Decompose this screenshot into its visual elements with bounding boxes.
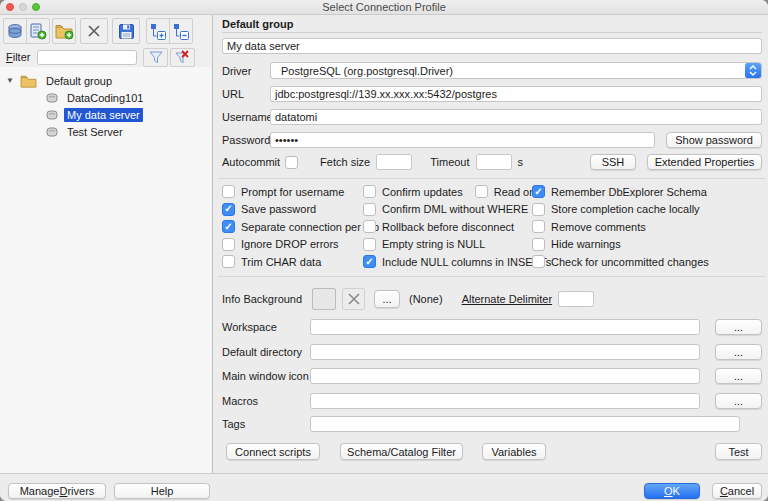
workspace-browse-button[interactable]: ... (715, 319, 762, 335)
checkbox-box[interactable] (363, 220, 376, 233)
disclosure-triangle-icon[interactable]: ▼ (6, 76, 20, 85)
driver-select[interactable]: PostgreSQL (org.postgresql.Driver) (270, 62, 762, 79)
timeout-input[interactable] (476, 154, 512, 170)
checkbox-box[interactable] (532, 185, 545, 198)
copy-profile-button[interactable] (26, 18, 50, 44)
password-input[interactable] (270, 132, 655, 148)
help-button[interactable]: Help (114, 483, 210, 499)
tags-input[interactable] (310, 416, 740, 432)
expand-tree-button[interactable] (146, 18, 170, 44)
profile-name-row (222, 38, 762, 54)
macros-input[interactable] (310, 393, 700, 409)
dropdown-stepper-icon (745, 63, 761, 78)
delete-profile-button[interactable] (80, 18, 108, 44)
checkbox-box[interactable] (475, 185, 488, 198)
save-profiles-button[interactable] (112, 18, 140, 44)
tree-item-test-server[interactable]: Test Server (0, 123, 211, 140)
checkbox-box[interactable] (532, 238, 545, 251)
title-bar: Select Connection Profile (0, 0, 768, 15)
checkbox-box[interactable] (532, 220, 545, 233)
checkbox-label: Separate connection per tab (241, 221, 379, 233)
checkbox-box[interactable] (222, 238, 235, 251)
main-window-icon-browse-button[interactable]: ... (715, 368, 762, 384)
checkbox-confirm-updates[interactable]: Confirm updates (363, 185, 463, 198)
clear-filter-button[interactable] (170, 48, 195, 67)
connect-scripts-button[interactable]: Connect scripts (226, 443, 320, 460)
checkbox-separate-connection-per-tab[interactable]: Separate connection per tab (222, 220, 363, 233)
tree-item-datacoding101[interactable]: DataCoding101 (0, 89, 211, 106)
username-row: Username (222, 109, 762, 125)
timeout-unit: s (518, 156, 524, 168)
macros-browse-button[interactable]: ... (715, 393, 762, 409)
checkbox-box[interactable] (363, 238, 376, 251)
checkbox-empty-string-is-null[interactable]: Empty string is NULL (363, 238, 532, 251)
checkbox-label: Rollback before disconnect (382, 221, 514, 233)
checkbox-rollback-before-disconnect[interactable]: Rollback before disconnect (363, 220, 532, 233)
alternate-delimiter-input[interactable] (558, 291, 594, 307)
checkbox-hide-warnings[interactable]: Hide warnings (532, 238, 762, 251)
workspace-label: Workspace (222, 321, 310, 333)
apply-filter-button[interactable] (143, 48, 168, 67)
pick-color-button[interactable]: ... (374, 290, 400, 308)
main-window-icon-input[interactable] (310, 368, 700, 384)
checkbox-box[interactable] (363, 185, 376, 198)
profile-name-input[interactable] (222, 38, 762, 54)
checkbox-box[interactable] (532, 255, 545, 268)
info-background-label: Info Background (222, 293, 310, 305)
checkbox-confirm-dml-without-where[interactable]: Confirm DML without WHERE (363, 203, 532, 216)
checkbox-box[interactable] (222, 185, 235, 198)
autocommit-checkbox[interactable] (285, 156, 298, 169)
default-directory-browse-button[interactable]: ... (715, 344, 762, 360)
separator (218, 276, 765, 277)
checkbox-box[interactable] (363, 203, 376, 216)
checkbox-remember-dbexplorer-schema[interactable]: Remember DbExplorer Schema (532, 185, 762, 198)
username-input[interactable] (270, 109, 762, 125)
filter-funnel-icon (148, 50, 164, 65)
checkbox-box[interactable] (222, 203, 235, 216)
checkbox-remove-comments[interactable]: Remove comments (532, 220, 762, 233)
checkbox-label: Remember DbExplorer Schema (551, 186, 707, 198)
autocommit-row: Autocommit Fetch size Timeout s SSH Exte… (222, 154, 762, 170)
driver-label: Driver (222, 65, 270, 77)
checkbox-ignore-drop-errors[interactable]: Ignore DROP errors (222, 238, 363, 251)
checkbox-box[interactable] (532, 203, 545, 216)
info-background-swatch[interactable] (312, 288, 336, 310)
extended-properties-button[interactable]: Extended Properties (647, 154, 762, 170)
default-directory-input[interactable] (310, 344, 700, 360)
checkbox-box[interactable] (363, 255, 376, 268)
show-password-button[interactable]: Show password (666, 132, 762, 148)
tree-item-label: DataCoding101 (64, 91, 146, 105)
checkbox-box[interactable] (222, 255, 235, 268)
ssh-button[interactable]: SSH (590, 154, 636, 170)
variables-button[interactable]: Variables (482, 443, 546, 460)
new-profile-button[interactable] (3, 18, 27, 44)
filter-input[interactable] (37, 50, 137, 65)
options-checkbox-grid: Prompt for username Confirm updates Read… (222, 185, 762, 268)
checkbox-check-for-uncommitted-changes[interactable]: Check for uncommitted changes (532, 255, 762, 268)
checkbox-save-password[interactable]: Save password (222, 203, 363, 216)
url-input[interactable] (270, 86, 762, 102)
collapse-tree-button[interactable] (169, 18, 193, 44)
group-header: Default group (222, 15, 762, 33)
manage-drivers-button[interactable]: Manage Drivers (8, 483, 106, 499)
filter-label: Filter (6, 51, 30, 63)
ok-button[interactable]: OK (644, 483, 700, 499)
checkbox-include-null-columns-in-inserts[interactable]: Include NULL columns in INSERTs (363, 255, 532, 268)
profile-actions-row: Connect scripts Schema/Catalog Filter Va… (222, 443, 762, 460)
tree-group-default[interactable]: ▼ Default group (0, 72, 211, 89)
password-label: Password (222, 134, 270, 146)
cancel-button[interactable]: Cancel (712, 483, 762, 499)
clear-color-button[interactable] (342, 288, 365, 310)
window-title: Select Connection Profile (0, 1, 768, 13)
checkbox-store-completion-cache-locally[interactable]: Store completion cache locally (532, 203, 762, 216)
checkbox-prompt-for-username[interactable]: Prompt for username (222, 185, 363, 198)
checkbox-box[interactable] (222, 220, 235, 233)
test-button[interactable]: Test (715, 443, 762, 460)
tree-item-my-data-server[interactable]: My data server (0, 106, 211, 123)
workspace-input[interactable] (310, 319, 700, 335)
checkbox-trim-char-data[interactable]: Trim CHAR data (222, 255, 363, 268)
schema-catalog-filter-button[interactable]: Schema/Catalog Filter (340, 443, 463, 460)
fetch-size-input[interactable] (376, 154, 412, 170)
new-group-button[interactable] (52, 18, 76, 44)
checkbox-pair: Confirm updates Read only (363, 185, 532, 198)
